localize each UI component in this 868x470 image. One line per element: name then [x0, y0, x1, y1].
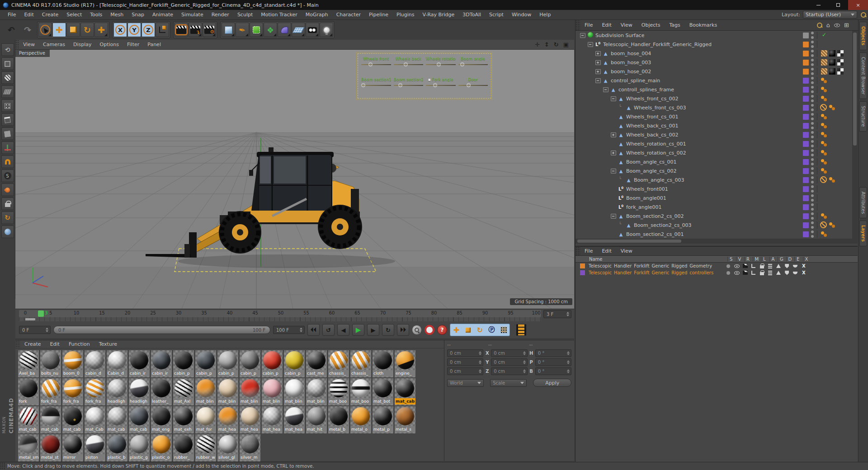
zoom-view-icon[interactable]: ↕: [544, 41, 549, 48]
menu-item[interactable]: Plugins: [392, 10, 418, 20]
dock-tab[interactable]: Structure: [859, 101, 867, 132]
object-manager-hscrollbar[interactable]: [576, 239, 852, 244]
material-item[interactable]: plastic_o: [151, 434, 172, 461]
tree-row[interactable]: Wheels_back_cs_001: [576, 121, 852, 130]
layer-row[interactable]: Telescopic_Handler_Forklift_Generic_Rigg…: [576, 269, 858, 276]
layout-dropdown[interactable]: Startup (User): [803, 11, 857, 19]
layer-column-header[interactable]: X: [803, 257, 811, 262]
visibility-dots-icon[interactable]: [811, 203, 814, 211]
rotate-view-icon[interactable]: ↻: [554, 41, 559, 48]
preview-range-marker[interactable]: [25, 318, 35, 320]
object-tags[interactable]: [817, 131, 852, 138]
material-menu-item[interactable]: Texture: [94, 341, 122, 347]
tree-row[interactable]: control_spline_main: [576, 76, 852, 85]
object-tags[interactable]: [817, 167, 852, 174]
dock-tab[interactable]: Objects: [859, 22, 867, 50]
object-name[interactable]: Boom_section2_cs_002: [626, 213, 684, 219]
hud-slider[interactable]: Wheels rotation: [425, 56, 457, 65]
object-name[interactable]: Boom_angle_cs_003: [634, 177, 684, 183]
material-item[interactable]: fork_fra: [62, 378, 83, 405]
menu-item[interactable]: Render: [208, 10, 233, 20]
menu-item[interactable]: Window: [508, 10, 535, 20]
viewport-menu-item[interactable]: Options: [96, 42, 123, 47]
object-tags[interactable]: [817, 113, 852, 120]
material-item[interactable]: rubber_w: [195, 434, 216, 461]
hud-slider-track[interactable]: [458, 64, 488, 65]
expand-toggle-icon[interactable]: [611, 169, 616, 174]
size-field[interactable]: 0 cm: [491, 358, 527, 366]
solo-toggle-icon[interactable]: [724, 270, 733, 276]
layer-color-chip[interactable]: [803, 132, 809, 138]
object-name[interactable]: Wheels_front_cs_002: [626, 96, 679, 102]
material-item[interactable]: cloth: [373, 350, 393, 377]
object-manager-vscrollbar[interactable]: [852, 31, 858, 244]
layer-name[interactable]: Telescopic_Handler_Forklift_Generic_Rigg…: [589, 263, 724, 268]
visibility-dots-icon[interactable]: [811, 41, 814, 48]
material-item[interactable]: fork_fra: [85, 378, 105, 405]
layer-column-header[interactable]: S: [727, 257, 736, 262]
material-item[interactable]: mirror: [62, 434, 83, 461]
expand-toggle-icon[interactable]: [595, 69, 601, 74]
layer-column-header[interactable]: R: [744, 257, 753, 262]
material-item[interactable]: cabin_p: [217, 350, 238, 377]
move-tool-button[interactable]: ✚: [52, 23, 66, 37]
hud-slider-handle[interactable]: [398, 83, 402, 87]
tree-row[interactable]: Wheels_front_cs_002: [576, 94, 852, 103]
visibility-dots-icon[interactable]: [811, 185, 814, 193]
tree-row[interactable]: boom_hose_004: [576, 49, 852, 58]
object-tags[interactable]: [817, 86, 852, 93]
material-item[interactable]: mat_hea: [262, 406, 283, 433]
material-item[interactable]: mat_for: [195, 406, 216, 433]
layer-color-chip[interactable]: [803, 51, 809, 56]
expand-toggle-icon[interactable]: [588, 42, 593, 47]
key-scale-toggle[interactable]: [462, 324, 474, 335]
current-frame-field[interactable]: 3 F: [543, 310, 571, 318]
expand-toggle-icon[interactable]: [611, 132, 616, 137]
material-item[interactable]: mat_hea: [217, 406, 238, 433]
menu-item[interactable]: Tools: [86, 10, 106, 20]
expand-toggle-icon[interactable]: [618, 178, 624, 183]
maximize-button[interactable]: [828, 0, 848, 10]
visibility-dots-icon[interactable]: [811, 122, 814, 129]
expand-toggle-icon[interactable]: [618, 105, 624, 110]
menu-item[interactable]: 3DToAll: [458, 10, 485, 20]
hud-slider-track[interactable]: [361, 64, 391, 65]
layer-color-chip[interactable]: [803, 141, 809, 147]
range-start-field[interactable]: 0 F: [19, 326, 51, 334]
visibility-dots-icon[interactable]: [811, 131, 814, 138]
render-view-button[interactable]: [175, 23, 188, 37]
object-name[interactable]: boom_hose_003: [611, 60, 651, 66]
spline-pen-button[interactable]: ✒: [236, 23, 249, 37]
material-item[interactable]: mat_blin: [217, 378, 238, 405]
expand-toggle-icon[interactable]: [611, 232, 616, 237]
tree-row[interactable]: Boom_section2_cs_003: [576, 221, 852, 230]
menu-item[interactable]: Mesh: [106, 10, 127, 20]
points-mode-icon[interactable]: [1, 99, 14, 112]
hud-slider-handle[interactable]: [404, 62, 408, 66]
expand-toggle-icon[interactable]: [611, 160, 616, 164]
deformers-toggle-icon[interactable]: [783, 263, 792, 269]
menu-item[interactable]: Help: [535, 10, 555, 20]
object-name[interactable]: control_spline_main: [611, 78, 660, 84]
menu-item[interactable]: Snap: [127, 10, 148, 20]
rig-hud-panel[interactable]: Wheels front Wheels back Wheels rotation: [358, 53, 491, 99]
visibility-dots-icon[interactable]: [811, 140, 814, 147]
play-backwards-button[interactable]: ↺: [322, 324, 335, 336]
apply-button[interactable]: Apply: [533, 379, 571, 387]
last-tool-button[interactable]: ✚: [94, 23, 108, 37]
layer-color-chip[interactable]: [803, 177, 809, 183]
menu-item[interactable]: File: [4, 10, 20, 20]
material-item[interactable]: rubber_: [173, 434, 194, 461]
tree-row[interactable]: boom_hose_002: [576, 67, 852, 76]
previous-frame-button[interactable]: ◀: [337, 324, 349, 336]
drag-grip[interactable]: [0, 462, 5, 470]
object-tags[interactable]: [817, 68, 852, 75]
expand-toggle-icon[interactable]: [611, 214, 616, 219]
material-item[interactable]: mat_cab: [129, 406, 150, 433]
layer-color-chip[interactable]: [803, 231, 809, 237]
tree-row[interactable]: Telescopic_Handler_Forklift_Generic_Rigg…: [576, 40, 852, 49]
visibility-dots-icon[interactable]: [811, 221, 814, 229]
open-timeline-icon[interactable]: [516, 324, 526, 336]
expand-toggle-icon[interactable]: [595, 51, 601, 56]
material-item[interactable]: mat_blin: [262, 378, 283, 405]
